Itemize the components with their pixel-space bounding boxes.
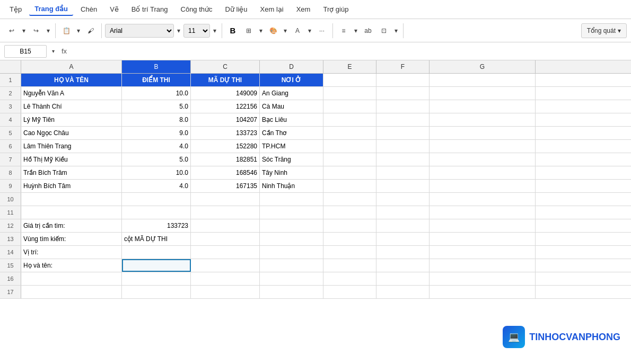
cell-D5[interactable]: Cần Thơ: [260, 127, 323, 139]
cell-G14[interactable]: [430, 246, 536, 259]
borders-dropdown[interactable]: ▾: [257, 23, 265, 38]
align-dropdown[interactable]: ▾: [352, 23, 360, 38]
col-header-d[interactable]: D: [260, 60, 323, 73]
cell-G12[interactable]: [430, 219, 536, 232]
cell-G8[interactable]: [430, 166, 536, 179]
cell-G5[interactable]: [430, 127, 536, 139]
menu-xem[interactable]: Xem: [291, 3, 316, 15]
cell-B1[interactable]: ĐIỂM THI: [122, 74, 191, 86]
cell-D9[interactable]: Ninh Thuận: [260, 180, 323, 192]
cell-E15[interactable]: [323, 259, 376, 272]
cell-D1[interactable]: NƠI Ở: [260, 74, 323, 86]
cell-D16[interactable]: [260, 272, 323, 285]
font-color-dropdown[interactable]: ▾: [306, 23, 313, 38]
cell-G6[interactable]: [430, 140, 536, 153]
cell-F4[interactable]: [376, 113, 430, 126]
cell-D3[interactable]: Cà Mau: [260, 100, 323, 113]
menu-tro-giup[interactable]: Trợ giúp: [318, 3, 354, 15]
wrap-button[interactable]: ab: [361, 23, 375, 38]
cell-C6[interactable]: 152280: [191, 140, 260, 153]
cell-A11[interactable]: [21, 206, 122, 219]
menu-bo-tri-trang[interactable]: Bố trí Trang: [126, 3, 173, 15]
cell-E5[interactable]: [323, 127, 376, 139]
borders-button[interactable]: ⊞: [241, 23, 256, 38]
cell-G17[interactable]: [430, 286, 536, 298]
cell-B3[interactable]: 5.0: [122, 100, 191, 113]
cell-G4[interactable]: [430, 113, 536, 126]
cell-A4[interactable]: Lý Mỹ Tiên: [21, 113, 122, 126]
font-size-select[interactable]: 11: [183, 24, 210, 38]
cell-E16[interactable]: [323, 272, 376, 285]
cell-B6[interactable]: 4.0: [122, 140, 191, 153]
cell-G9[interactable]: [430, 180, 536, 192]
cell-E8[interactable]: [323, 166, 376, 179]
col-header-g[interactable]: G: [430, 60, 536, 73]
cell-G7[interactable]: [430, 153, 536, 166]
cell-A7[interactable]: Hồ Thị Mỹ Kiều: [21, 153, 122, 166]
cell-ref-dropdown[interactable]: ▾: [49, 44, 57, 59]
cell-C9[interactable]: 167135: [191, 180, 260, 192]
cell-D10[interactable]: [260, 193, 323, 206]
cell-A2[interactable]: Nguyễn Văn A: [21, 87, 122, 100]
cell-A17[interactable]: [21, 286, 122, 298]
menu-trang-dau[interactable]: Trang đầu: [29, 3, 73, 16]
undo-button[interactable]: ↩: [4, 23, 19, 38]
cell-E6[interactable]: [323, 140, 376, 153]
cell-C16[interactable]: [191, 272, 260, 285]
cell-B14[interactable]: [122, 246, 191, 259]
cell-C7[interactable]: 182851: [191, 153, 260, 166]
cell-A1[interactable]: HỌ VÀ TÊN: [21, 74, 122, 86]
cell-B7[interactable]: 5.0: [122, 153, 191, 166]
cell-C13[interactable]: [191, 233, 260, 245]
cell-E17[interactable]: [323, 286, 376, 298]
cell-E12[interactable]: [323, 219, 376, 232]
menu-xem-lai[interactable]: Xem lại: [255, 3, 289, 15]
cell-A13[interactable]: Vùng tìm kiếm:: [21, 233, 122, 245]
cell-C10[interactable]: [191, 193, 260, 206]
col-header-b[interactable]: B: [122, 60, 191, 73]
cell-F10[interactable]: [376, 193, 430, 206]
cell-D2[interactable]: An Giang: [260, 87, 323, 100]
cell-E10[interactable]: [323, 193, 376, 206]
menu-cong-thuc[interactable]: Công thức: [176, 3, 218, 15]
cell-D7[interactable]: Sóc Trăng: [260, 153, 323, 166]
cell-F14[interactable]: [376, 246, 430, 259]
cell-B15[interactable]: [122, 259, 191, 272]
fill-dropdown[interactable]: ▾: [282, 23, 289, 38]
cell-F12[interactable]: [376, 219, 430, 232]
cell-G2[interactable]: [430, 87, 536, 100]
cell-C2[interactable]: 149009: [191, 87, 260, 100]
cell-C11[interactable]: [191, 206, 260, 219]
cell-A10[interactable]: [21, 193, 122, 206]
cell-F7[interactable]: [376, 153, 430, 166]
cell-F8[interactable]: [376, 166, 430, 179]
formula-input[interactable]: [71, 45, 627, 58]
col-header-c[interactable]: C: [191, 60, 260, 73]
cell-D4[interactable]: Bạc Liêu: [260, 113, 323, 126]
cell-A6[interactable]: Lâm Thiên Trang: [21, 140, 122, 153]
cell-C3[interactable]: 122156: [191, 100, 260, 113]
bold-button[interactable]: B: [225, 23, 240, 38]
cell-D11[interactable]: [260, 206, 323, 219]
cell-B10[interactable]: [122, 193, 191, 206]
cell-D15[interactable]: [260, 259, 323, 272]
merge-button[interactable]: ⊡: [376, 23, 391, 38]
col-header-a[interactable]: A: [21, 60, 122, 73]
cell-E2[interactable]: [323, 87, 376, 100]
cell-D6[interactable]: TP.HCM: [260, 140, 323, 153]
cell-A12[interactable]: Giá trị cần tìm:: [21, 219, 122, 232]
cell-F13[interactable]: [376, 233, 430, 245]
cell-F5[interactable]: [376, 127, 430, 139]
cell-D12[interactable]: [260, 219, 323, 232]
cell-A5[interactable]: Cao Ngọc Châu: [21, 127, 122, 139]
paste-button[interactable]: 📋: [59, 23, 74, 38]
merge-dropdown[interactable]: ▾: [392, 23, 400, 38]
cell-C4[interactable]: 104207: [191, 113, 260, 126]
menu-tep[interactable]: Tệp: [4, 3, 27, 15]
cell-C1[interactable]: MÃ DỰ THI: [191, 74, 260, 86]
cell-F3[interactable]: [376, 100, 430, 113]
cell-C14[interactable]: [191, 246, 260, 259]
cell-G16[interactable]: [430, 272, 536, 285]
cell-E9[interactable]: [323, 180, 376, 192]
cell-B4[interactable]: 8.0: [122, 113, 191, 126]
